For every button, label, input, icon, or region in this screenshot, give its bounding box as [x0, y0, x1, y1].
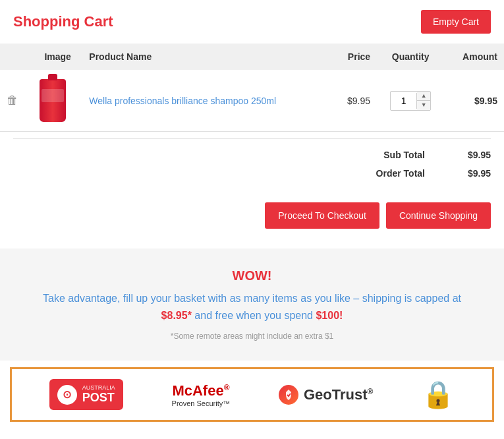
col-amount: Amount: [444, 44, 504, 70]
trust-section: ⊙ AUSTRALIA POST McAfee® Proven Security…: [10, 367, 494, 422]
promo-free-price: $100!: [316, 310, 343, 321]
delete-cell: 🗑: [0, 70, 33, 132]
quantity-input[interactable]: [391, 93, 417, 109]
amount-cell: $9.95: [444, 70, 504, 132]
australia-post-badge: ⊙ AUSTRALIA POST: [49, 379, 123, 410]
delete-icon[interactable]: 🗑: [7, 94, 18, 107]
qty-down-button[interactable]: ▼: [417, 101, 430, 110]
quantity-wrapper: ▲ ▼: [390, 91, 431, 111]
promo-note: *Some remote areas might include an extr…: [13, 332, 491, 341]
product-name-cell: Wella professionals brilliance shampoo 2…: [82, 70, 331, 132]
col-delete: [0, 44, 33, 70]
geotrust-icon: [279, 385, 298, 405]
col-image: Image: [33, 44, 82, 70]
page-title: Shopping Cart: [13, 13, 113, 30]
product-link[interactable]: Wella professionals brilliance shampoo 2…: [89, 96, 276, 106]
mcafee-tag: Proven Security™: [172, 399, 231, 407]
sub-total-value: $9.95: [451, 150, 491, 160]
ap-sub: AUSTRALIA: [82, 384, 115, 391]
mcafee-badge: McAfee® Proven Security™: [172, 382, 231, 407]
mcafee-name: McAfee®: [172, 382, 229, 399]
image-cell: [33, 70, 82, 132]
col-quantity: Quantity: [377, 44, 444, 70]
geotrust-svg: [282, 388, 295, 401]
col-product-name: Product Name: [82, 44, 331, 70]
sub-total-row: Sub Total $9.95: [13, 146, 491, 164]
empty-cart-button[interactable]: Empty Cart: [421, 10, 491, 34]
promo-wow: WOW!: [13, 268, 491, 283]
geotrust-reg: ®: [368, 386, 374, 395]
promo-shipping-price: $8.95*: [161, 310, 192, 321]
action-buttons: Proceed To Checkout Continue Shopping: [0, 189, 504, 242]
order-total-label: Order Total: [376, 168, 425, 179]
table-row: 🗑 Wella professionals brilliance shampoo…: [0, 70, 504, 132]
product-image: [40, 79, 66, 122]
australia-post-icon: ⊙: [57, 385, 77, 405]
geotrust-badge: GeoTrust®: [279, 385, 373, 405]
price-cell: $9.95: [332, 70, 378, 132]
sub-total-label: Sub Total: [383, 150, 425, 160]
totals-section: Sub Total $9.95 Order Total $9.95: [0, 139, 504, 189]
checkout-button[interactable]: Proceed To Checkout: [265, 202, 379, 229]
promo-text-middle: and free when you spend: [194, 310, 313, 321]
order-total-value: $9.95: [451, 168, 491, 179]
qty-arrows: ▲ ▼: [417, 92, 430, 110]
geotrust-text: GeoTrust®: [304, 386, 373, 403]
lock-icon: 🔒: [422, 379, 455, 410]
promo-text: Take advantage, fill up your basket with…: [13, 290, 491, 324]
promo-text-before: Take advantage, fill up your basket with…: [43, 293, 461, 304]
continue-shopping-button[interactable]: Continue Shopping: [386, 202, 491, 229]
cart-header: Shopping Cart Empty Cart: [0, 0, 504, 44]
promo-section: WOW! Take advantage, fill up your basket…: [0, 249, 504, 361]
geotrust-name: GeoTrust: [304, 386, 368, 403]
mcafee-name-text: McAfee: [172, 382, 223, 399]
table-header-row: Image Product Name Price Quantity Amount: [0, 44, 504, 70]
col-price: Price: [332, 44, 378, 70]
mcafee-reg: ®: [224, 382, 230, 392]
australia-post-text: AUSTRALIA POST: [82, 384, 115, 405]
qty-up-button[interactable]: ▲: [417, 92, 430, 101]
order-total-row: Order Total $9.95: [13, 164, 491, 183]
ap-name: POST: [82, 391, 115, 404]
cart-table: Image Product Name Price Quantity Amount…: [0, 44, 504, 132]
quantity-cell: ▲ ▼: [377, 70, 444, 132]
